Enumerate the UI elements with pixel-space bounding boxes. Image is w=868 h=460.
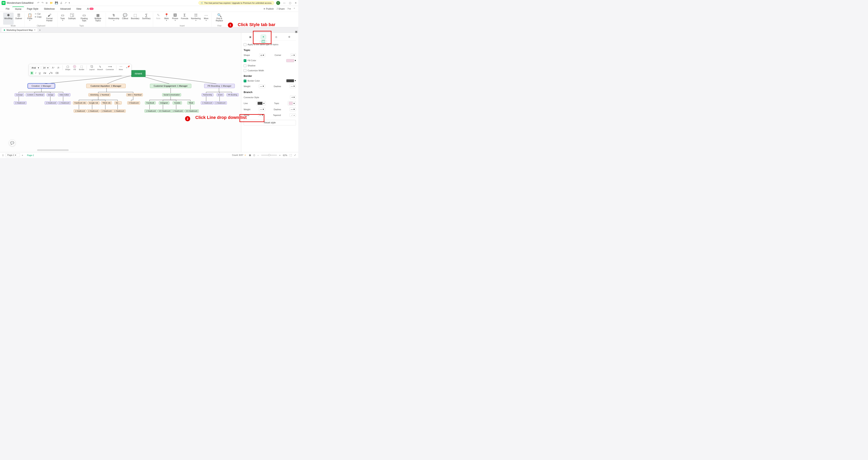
save-icon[interactable]: 💾	[55, 1, 58, 4]
fill-color-dropdown[interactable]: ▾	[295, 59, 296, 62]
cut-button[interactable]: ✂ Cut	[34, 12, 42, 15]
layout-tool[interactable]: ⿻Layout	[88, 65, 95, 70]
format-painter-button[interactable]: 🖌Format Painter	[43, 12, 56, 25]
add-tab-button[interactable]: +	[39, 28, 41, 32]
zoom-in-button[interactable]: +	[279, 154, 281, 156]
node-advertising[interactable]: Advertising : 1 Teamlead	[88, 93, 111, 96]
node-hc-etc[interactable]: 1 Headcount	[113, 109, 126, 113]
connector-style-select[interactable]: ⤙ ▾	[290, 95, 296, 99]
underline-button[interactable]: U	[38, 71, 41, 75]
node-hc-google[interactable]: 1 Headcount	[87, 109, 100, 113]
increase-font-icon[interactable]: A⁺	[51, 66, 56, 69]
zoom-value[interactable]: 62%	[283, 154, 287, 156]
node-hc-concept[interactable]: 1 Headcount	[14, 101, 27, 105]
node-content-lead[interactable]: Content: 1 Teamlead	[26, 93, 45, 96]
node-hc-tiktok[interactable]: 1 Headcount	[100, 109, 113, 113]
outliner-button[interactable]: ☰Outliner	[14, 12, 23, 25]
panel-tab-style[interactable]: ✦ Style	[260, 34, 266, 39]
node-pr-branding[interactable]: PR Branding: 1 Manager	[204, 84, 235, 88]
user-avatar[interactable]: C	[276, 1, 280, 5]
italic-button[interactable]: I	[35, 71, 37, 75]
shape-select[interactable]: ▭ ▾	[259, 53, 265, 57]
root-node[interactable]: rtment	[131, 70, 146, 77]
tapered-select[interactable]: ⟋ ▾	[289, 113, 296, 117]
paste-button[interactable]: 📋Paste▾	[26, 12, 34, 25]
floating-topic-button[interactable]: ▭Floating Topic	[77, 12, 91, 25]
undo-icon[interactable]: ↶	[37, 1, 39, 4]
picture-button[interactable]: 🖼Picture▾	[171, 12, 179, 25]
doc-tab[interactable]: ◉ Marketing Department Map ✕	[2, 28, 37, 32]
open-icon[interactable]: 📁	[50, 1, 53, 4]
node-instagram[interactable]: Instagram	[159, 101, 169, 105]
topic-color-select[interactable]: ▾	[288, 101, 296, 106]
menu-page-style[interactable]: Page Style	[24, 7, 41, 11]
branch-tool[interactable]: ↳Branch	[96, 65, 104, 70]
layout-view-icon[interactable]: ▯	[2, 154, 4, 156]
node-hc3[interactable]: 3 Headcount	[127, 101, 140, 105]
zoom-out-button[interactable]: −	[257, 154, 259, 156]
panel-tab-mark[interactable]: ◎	[273, 34, 279, 39]
font-color-button[interactable]: A▾	[42, 71, 47, 75]
dropdown-icon[interactable]: ▾	[69, 1, 70, 4]
minimize-icon[interactable]: —	[283, 2, 285, 4]
node-hc-fbads[interactable]: 1 Headcount	[73, 109, 86, 113]
numbering-button[interactable]: ☷Numbering▾	[190, 12, 202, 25]
trial-banner[interactable]: The trial period has expired. Upgrade to…	[198, 1, 274, 5]
node-hc-partner[interactable]: 1 Headcount	[201, 101, 214, 105]
print-icon[interactable]: 🖨	[60, 1, 63, 4]
reset-style-button[interactable]: Reset style	[244, 120, 296, 125]
arrow-select[interactable]: — ▾	[258, 113, 265, 117]
export-icon[interactable]: ↗	[64, 1, 67, 4]
node-prbooking[interactable]: PR Booking	[226, 93, 239, 96]
apply-same-checkbox[interactable]	[244, 43, 246, 46]
node-google-ads[interactable]: Google Ads	[88, 101, 100, 105]
branch-dashes-select[interactable]: — ▾	[289, 108, 296, 111]
connector-tool[interactable]: ⟿Connector	[105, 65, 115, 70]
zoom-slider[interactable]	[261, 155, 277, 155]
node-facebook[interactable]: Facebook	[145, 101, 156, 105]
font-select[interactable]: Arial▾	[30, 66, 40, 70]
formula-button[interactable]: ΣFormula	[180, 12, 189, 25]
menu-slideshow[interactable]: Slideshow	[41, 7, 57, 11]
custom-width-checkbox[interactable]	[244, 69, 246, 72]
page-tab[interactable]: Page-1	[27, 154, 34, 156]
find-replace-button[interactable]: 🔍Find & Replace	[213, 12, 226, 25]
close-tab-icon[interactable]: ✕	[34, 29, 35, 31]
clear-format-button[interactable]: ⌫	[55, 71, 59, 75]
topic-button[interactable]: ▭Topic▾	[59, 12, 67, 25]
node-customer-engagement[interactable]: Customer Engagement: 1 Manager	[150, 84, 191, 88]
more-button[interactable]: ⋯More▾	[202, 12, 210, 25]
multiple-topics-button[interactable]: ▦Multiple Topics	[91, 12, 104, 25]
maximize-icon[interactable]: ▢	[289, 2, 291, 4]
border-weight-select[interactable]: — ▾	[259, 84, 265, 88]
node-event[interactable]: Event	[217, 93, 224, 96]
font-size-select[interactable]: 14▾	[42, 66, 50, 70]
horizontal-scrollbar[interactable]	[37, 149, 69, 151]
more-tool[interactable]: ⋯More	[118, 65, 124, 70]
node-hc-yt[interactable]: 1 Headcount	[171, 109, 184, 113]
node-hc-fb[interactable]: 1 Headcount	[145, 109, 157, 113]
subtopic-button[interactable]: ⿹Subtopic	[67, 12, 77, 25]
boundary-button[interactable]: ⬚Boundary	[130, 12, 141, 27]
panel-tab-outline[interactable]: ▣	[247, 34, 253, 39]
node-social[interactable]: Social Comunication	[162, 93, 181, 96]
apply-same-row[interactable]: Apply to the same type of topics	[244, 42, 296, 47]
mark-button[interactable]: 📍Mark▾	[162, 12, 170, 25]
fit-width-icon[interactable]: ⛶	[289, 154, 292, 156]
border-color-dropdown[interactable]: ▾	[295, 79, 296, 82]
node-tiktok[interactable]: Tiktok	[187, 101, 195, 105]
add-page-button[interactable]: +	[22, 154, 23, 156]
bold-button[interactable]: B	[30, 71, 34, 75]
node-concept[interactable]: Concept	[14, 93, 24, 96]
page-select[interactable]: Page-1 ▾	[5, 153, 20, 157]
node-hc-design[interactable]: 1 Headcount	[44, 101, 57, 105]
new-icon[interactable]: ⊕	[45, 1, 48, 4]
node-design[interactable]: Design	[46, 93, 55, 96]
fit-view-icon[interactable]: ◻	[253, 154, 255, 156]
chat-fab[interactable]: 💬	[9, 139, 16, 146]
fill-color-checkbox[interactable]	[244, 59, 246, 62]
summary-button[interactable]: ∑Summary	[141, 12, 152, 27]
fill-color-swatch[interactable]	[286, 59, 294, 62]
canvas[interactable]	[0, 33, 241, 152]
mindmap-button[interactable]: ✱MindMap	[3, 12, 13, 25]
